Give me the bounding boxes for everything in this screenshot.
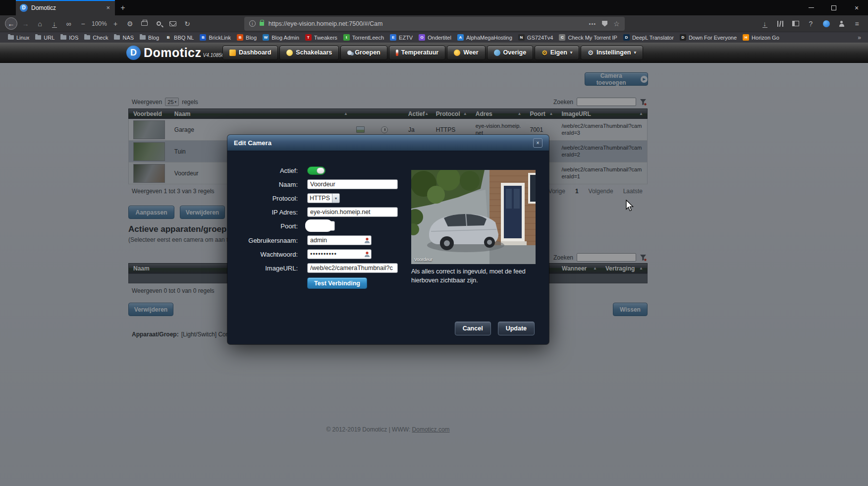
bookmark-star-icon[interactable]: ☆ bbox=[613, 20, 620, 28]
protocol-select[interactable]: HTTPS ▼ bbox=[307, 193, 340, 203]
https-lock-icon[interactable] bbox=[260, 22, 264, 26]
window-minimize-button[interactable] bbox=[800, 0, 822, 15]
pocket-icon[interactable] bbox=[602, 21, 607, 27]
library-button[interactable] bbox=[773, 17, 787, 30]
bookmark-item[interactable]: HHorizon Go bbox=[740, 33, 782, 42]
bookmark-item[interactable]: Blog bbox=[137, 34, 162, 42]
dialog-buttons: Cancel Update bbox=[455, 322, 535, 335]
menu-button[interactable]: ≡ bbox=[850, 17, 864, 30]
bookmark-item[interactable]: OOndertitel bbox=[416, 33, 454, 42]
bookmark-item[interactable]: BBlog bbox=[234, 33, 260, 42]
ip-adres-label: IP Adres: bbox=[227, 209, 307, 216]
mail-button[interactable] bbox=[166, 17, 180, 30]
folder-icon bbox=[114, 35, 120, 40]
bookmark-item[interactable]: URL bbox=[32, 34, 57, 42]
new-tab-button[interactable]: + bbox=[115, 0, 131, 15]
actief-row: Actief: bbox=[227, 165, 326, 175]
close-icon[interactable]: × bbox=[533, 138, 542, 148]
app-title: Domoticz bbox=[144, 46, 202, 60]
actief-toggle[interactable] bbox=[307, 166, 326, 175]
wachtwoord-input[interactable] bbox=[307, 249, 372, 259]
url-text[interactable]: https://eye-vision.homeip.net:7500/#/Cam bbox=[269, 20, 589, 27]
browser-toolbar: ← → ⌂ ↓ ∞ − 100% + ⚙ ↻ i https://eye-vis… bbox=[0, 15, 868, 32]
imageurl-input[interactable] bbox=[307, 263, 398, 273]
page-info-icon[interactable]: i bbox=[249, 20, 256, 27]
redaction-blob bbox=[305, 219, 332, 232]
naam-input[interactable] bbox=[307, 179, 398, 189]
page-actions-icon[interactable]: ••• bbox=[589, 21, 597, 27]
tab-close-icon[interactable]: × bbox=[105, 4, 111, 11]
camera-feed-image bbox=[411, 170, 536, 264]
help-button[interactable]: ? bbox=[804, 17, 818, 30]
bookmark-item[interactable]: tTorrentLeech bbox=[340, 33, 387, 42]
nav-groepen[interactable]: Groepen bbox=[340, 46, 387, 60]
nav-dashboard[interactable]: Dashboard bbox=[222, 46, 278, 60]
print-button[interactable] bbox=[137, 17, 152, 30]
reload-button[interactable]: ↻ bbox=[180, 17, 195, 30]
session-addon-button[interactable]: ∞ bbox=[61, 17, 76, 30]
downloads-button[interactable]: ↓ bbox=[758, 17, 772, 30]
nav-eigen[interactable]: ⚙Eigen▾ bbox=[535, 46, 579, 60]
download-icon: ↓ bbox=[52, 20, 57, 28]
settings-button[interactable]: ⚙ bbox=[123, 17, 137, 30]
bookmark-item[interactable]: WBlog Admin bbox=[260, 33, 302, 42]
camera-feed-preview: Voordeur bbox=[411, 170, 536, 264]
bookmark-item[interactable]: Check bbox=[81, 34, 111, 42]
nav-weer[interactable]: Weer bbox=[447, 46, 485, 60]
nav-schakelaars[interactable]: Schakelaars bbox=[279, 46, 339, 60]
bookmark-item[interactable]: DDeepL Translator bbox=[620, 33, 677, 42]
bookmark-item[interactable]: CCheck My Torrent IP bbox=[556, 33, 620, 42]
zoom-level[interactable]: 100% bbox=[90, 20, 108, 27]
bookmark-item[interactable]: NGS724Tv4 bbox=[515, 33, 556, 42]
bookmark-item[interactable]: DDown For Everyone bbox=[677, 33, 740, 42]
bookmarks-overflow-chevron-icon[interactable]: » bbox=[858, 34, 863, 41]
window-maximize-button[interactable] bbox=[822, 0, 845, 15]
gebruikersnaam-label: Gebruikersnaam: bbox=[227, 237, 307, 244]
site-favicon: E bbox=[390, 34, 396, 41]
sidebar-button[interactable] bbox=[788, 17, 803, 30]
profile-button[interactable] bbox=[834, 17, 849, 30]
domoticz-logo[interactable]: D Domoticz V4.10856 bbox=[126, 46, 224, 60]
dialog-titlebar[interactable]: Edit Camera × bbox=[227, 135, 549, 151]
search-button[interactable] bbox=[152, 17, 166, 30]
browser-tab-bar: D Domoticz × + × bbox=[0, 0, 868, 15]
zoom-in-button[interactable]: + bbox=[108, 17, 123, 30]
back-icon: ← bbox=[5, 17, 17, 30]
bookmark-item[interactable]: EEZTV bbox=[387, 33, 416, 42]
minimize-icon bbox=[809, 7, 814, 8]
site-favicon: O bbox=[419, 34, 425, 41]
bookmark-item[interactable]: NAS bbox=[111, 34, 137, 42]
gebruikersnaam-row: Gebruikersnaam: bbox=[227, 235, 372, 245]
test-verbinding-button[interactable]: Test Verbinding bbox=[307, 277, 367, 289]
bookmark-item[interactable]: IOS bbox=[57, 34, 81, 42]
address-bar[interactable]: i https://eye-vision.homeip.net:7500/#/C… bbox=[244, 17, 625, 31]
bookmark-item[interactable]: BBrickLink bbox=[197, 33, 234, 42]
home-button[interactable]: ⌂ bbox=[33, 17, 47, 30]
browser-tab[interactable]: D Domoticz × bbox=[16, 0, 115, 15]
ip-adres-input[interactable] bbox=[307, 207, 398, 217]
save-page-button[interactable]: ↓ bbox=[47, 17, 61, 30]
nav-instellingen[interactable]: ⚙Instellingen▾ bbox=[581, 46, 643, 60]
update-button[interactable]: Update bbox=[498, 322, 535, 335]
bookmark-item[interactable]: TTweakers bbox=[302, 33, 340, 42]
password-manager-icon[interactable] bbox=[364, 237, 370, 244]
password-manager-icon[interactable] bbox=[364, 251, 370, 258]
cancel-button[interactable]: Cancel bbox=[455, 322, 491, 335]
bookmark-item[interactable]: Linux bbox=[5, 34, 32, 42]
toolbar-right-icons: ↓ ? ≡ bbox=[758, 17, 864, 30]
window-close-button[interactable]: × bbox=[845, 0, 868, 15]
nav-temperatuur[interactable]: Temperatuur bbox=[389, 46, 445, 60]
protocol-label: Protocol: bbox=[227, 195, 307, 202]
select-arrow-icon[interactable]: ▼ bbox=[332, 194, 339, 203]
zoom-out-button[interactable]: − bbox=[76, 17, 90, 30]
edit-camera-dialog: Edit Camera × Actief: Naam: Protocol: HT… bbox=[227, 135, 549, 344]
forward-button[interactable]: → bbox=[18, 17, 33, 30]
bookmark-item[interactable]: AAlphaMegaHosting bbox=[454, 33, 515, 42]
nav-overige[interactable]: Overige bbox=[487, 46, 534, 60]
gebruikersnaam-input[interactable] bbox=[307, 235, 372, 245]
bookmark-item[interactable]: BBBQ NL bbox=[162, 33, 197, 42]
back-button[interactable]: ← bbox=[4, 17, 18, 30]
feed-hint-text: Als alles correct is ingevuld, moet de f… bbox=[411, 267, 534, 285]
bookmarks-bar: Linux URL IOS Check NAS Blog BBBQ NL BBr… bbox=[0, 32, 868, 43]
account-button[interactable] bbox=[819, 17, 833, 30]
